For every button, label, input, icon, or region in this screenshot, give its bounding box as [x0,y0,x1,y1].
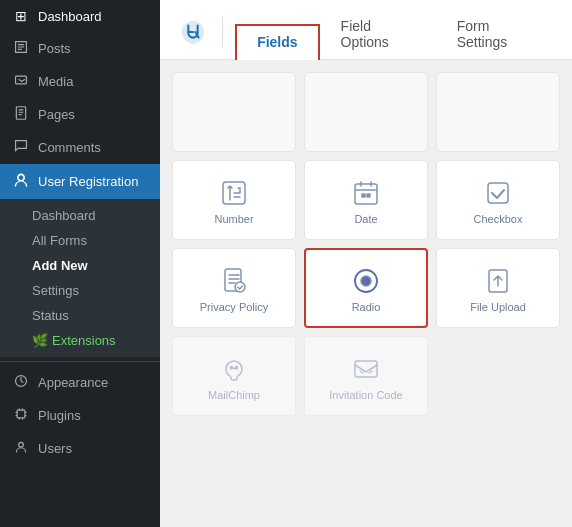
field-card-invitation-code[interactable]: Invitation Code [304,336,428,416]
sidebar-item-dashboard[interactable]: ⊞ Dashboard [0,0,160,32]
file-upload-icon [484,267,512,295]
svg-point-11 [235,282,245,292]
field-card-placeholder1 [172,72,296,152]
svg-point-4 [19,442,24,447]
user-registration-submenu: Dashboard All Forms Add New Settings Sta… [0,199,160,357]
submenu-status[interactable]: Status [0,303,160,328]
tab-field-options[interactable]: Field Options [320,9,436,60]
appearance-icon [12,374,30,391]
users-icon [12,440,30,457]
main-content: Fields Field Options Form Settings Numbe [160,0,572,527]
svg-rect-17 [355,361,377,377]
field-card-radio[interactable]: Radio [304,248,428,328]
fields-area: Number Date Checkbox [160,60,572,527]
checkbox-icon [484,179,512,207]
svg-rect-3 [17,410,25,418]
date-icon [352,179,380,207]
field-card-file-upload[interactable]: File Upload [436,248,560,328]
field-label-mailchimp: MailChimp [208,389,260,401]
svg-point-13 [361,276,371,286]
user-registration-icon [12,172,30,191]
submenu-dashboard[interactable]: Dashboard [0,203,160,228]
tab-form-settings[interactable]: Form Settings [436,9,556,60]
media-icon [12,73,30,90]
field-card-placeholder2 [304,72,428,152]
sidebar-item-appearance[interactable]: Appearance [0,366,160,399]
number-icon [220,179,248,207]
brand-logo [176,14,210,50]
privacy-icon [220,267,248,295]
posts-icon [12,40,30,57]
header-divider [222,17,223,47]
sidebar-item-pages[interactable]: Pages [0,98,160,131]
mailchimp-icon [220,355,248,383]
svg-point-15 [231,367,233,369]
tabs: Fields Field Options Form Settings [235,8,556,59]
radio-icon [352,267,380,295]
sidebar-item-comments[interactable]: Comments [0,131,160,164]
tab-fields[interactable]: Fields [235,24,319,60]
field-label-radio: Radio [352,301,381,313]
field-card-number[interactable]: Number [172,160,296,240]
submenu-all-forms[interactable]: All Forms [0,228,160,253]
plugins-icon [12,407,30,424]
svg-rect-6 [355,184,377,204]
pages-icon [12,106,30,123]
submenu-extensions[interactable]: 🌿Extensions [0,328,160,353]
sidebar: ⊞ Dashboard Posts Media Pages Comments U… [0,0,160,527]
field-card-privacy-policy[interactable]: Privacy Policy [172,248,296,328]
field-label-file-upload: File Upload [470,301,526,313]
field-label-checkbox: Checkbox [474,213,523,225]
sidebar-item-plugins[interactable]: Plugins [0,399,160,432]
dashboard-icon: ⊞ [12,8,30,24]
svg-rect-7 [362,194,365,197]
field-card-mailchimp[interactable]: MailChimp [172,336,296,416]
field-label-number: Number [214,213,253,225]
svg-rect-1 [16,107,25,119]
submenu-add-new[interactable]: Add New [0,253,160,278]
field-card-placeholder3 [436,72,560,152]
sidebar-divider [0,361,160,362]
field-card-date[interactable]: Date [304,160,428,240]
sidebar-item-users[interactable]: Users [0,432,160,465]
field-label-privacy-policy: Privacy Policy [200,301,268,313]
svg-rect-8 [367,194,370,197]
fields-grid: Number Date Checkbox [172,72,560,416]
sidebar-item-user-registration[interactable]: User Registration [0,164,160,199]
invitation-icon [352,355,380,383]
field-card-checkbox[interactable]: Checkbox [436,160,560,240]
submenu-settings[interactable]: Settings [0,278,160,303]
sidebar-item-media[interactable]: Media [0,65,160,98]
svg-point-16 [236,367,238,369]
main-header: Fields Field Options Form Settings [160,0,572,60]
field-label-date: Date [354,213,377,225]
field-label-invitation-code: Invitation Code [329,389,402,401]
comments-icon [12,139,30,156]
sidebar-item-posts[interactable]: Posts [0,32,160,65]
